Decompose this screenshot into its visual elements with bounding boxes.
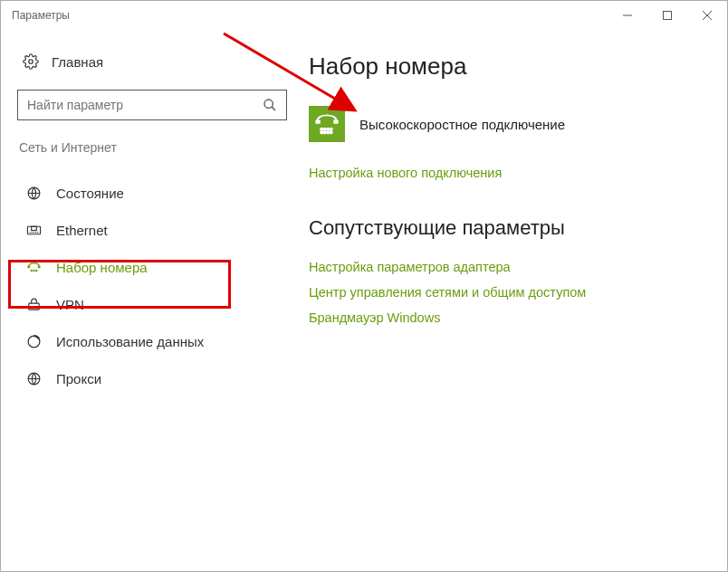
maximize-button[interactable] [647, 1, 687, 30]
window-controls [608, 1, 727, 30]
connection-label: Высокоскоростное подключение [359, 117, 565, 132]
search-input[interactable] [27, 98, 263, 112]
status-icon [26, 186, 42, 201]
svg-point-29 [327, 131, 329, 133]
minimize-button[interactable] [608, 1, 647, 30]
sidebar-item-label: Набор номера [56, 260, 148, 275]
data-usage-icon [26, 334, 42, 349]
svg-point-23 [321, 129, 322, 130]
phone-icon [309, 106, 345, 142]
proxy-icon [26, 371, 42, 386]
nav-list: Состояние Ethernet Набор номера VPN [17, 175, 300, 397]
sidebar-item-dialup[interactable]: Набор номера [17, 249, 235, 286]
svg-point-16 [31, 270, 32, 271]
svg-line-6 [272, 107, 275, 110]
svg-point-4 [29, 60, 34, 64]
home-row[interactable]: Главная [17, 46, 300, 77]
close-button[interactable] [687, 1, 727, 30]
svg-point-5 [264, 100, 273, 108]
search-box[interactable] [17, 90, 287, 120]
svg-rect-10 [32, 226, 37, 230]
category-header: Сеть и Интернет [17, 140, 300, 155]
sidebar-item-proxy[interactable]: Прокси [17, 360, 235, 397]
sidebar-item-label: Прокси [56, 371, 101, 386]
sidebar-item-label: Использование данных [56, 334, 204, 349]
connection-item[interactable]: Высокоскоростное подключение [309, 106, 709, 142]
svg-rect-19 [29, 303, 39, 310]
titlebar: Параметры [1, 1, 727, 30]
sidebar-item-status[interactable]: Состояние [17, 175, 235, 212]
svg-point-18 [36, 270, 37, 271]
window-title: Параметры [12, 9, 70, 22]
sidebar-item-label: Состояние [56, 186, 124, 201]
sidebar-item-ethernet[interactable]: Ethernet [17, 212, 235, 249]
sidebar-item-label: Ethernet [56, 223, 108, 238]
network-center-link[interactable]: Центр управления сетями и общим доступом [309, 285, 709, 300]
svg-point-17 [34, 270, 34, 271]
main-content: Набор номера Высокоскоростное подключени… [300, 30, 727, 571]
related-title: Сопутствующие параметры [309, 216, 709, 240]
svg-point-26 [330, 129, 332, 130]
svg-point-27 [321, 131, 322, 133]
dialup-icon [26, 260, 42, 275]
svg-point-24 [324, 129, 326, 130]
vpn-icon [26, 297, 42, 312]
sidebar-item-vpn[interactable]: VPN [17, 286, 235, 323]
new-connection-link[interactable]: Настройка нового подключения [309, 166, 709, 180]
gear-icon [23, 53, 39, 70]
home-label: Главная [52, 54, 103, 70]
svg-point-28 [324, 131, 326, 133]
ethernet-icon [26, 223, 42, 238]
svg-point-25 [327, 129, 329, 130]
svg-point-30 [330, 131, 332, 133]
svg-rect-1 [664, 12, 672, 20]
search-icon [263, 98, 277, 112]
sidebar-item-label: VPN [56, 297, 84, 312]
sidebar-item-data-usage[interactable]: Использование данных [17, 323, 235, 360]
firewall-link[interactable]: Брандмауэр Windows [309, 310, 709, 325]
sidebar: Главная Сеть и Интернет Состояние Ethern… [1, 30, 300, 571]
page-title: Набор номера [309, 52, 709, 81]
adapter-settings-link[interactable]: Настройка параметров адаптера [309, 260, 709, 274]
